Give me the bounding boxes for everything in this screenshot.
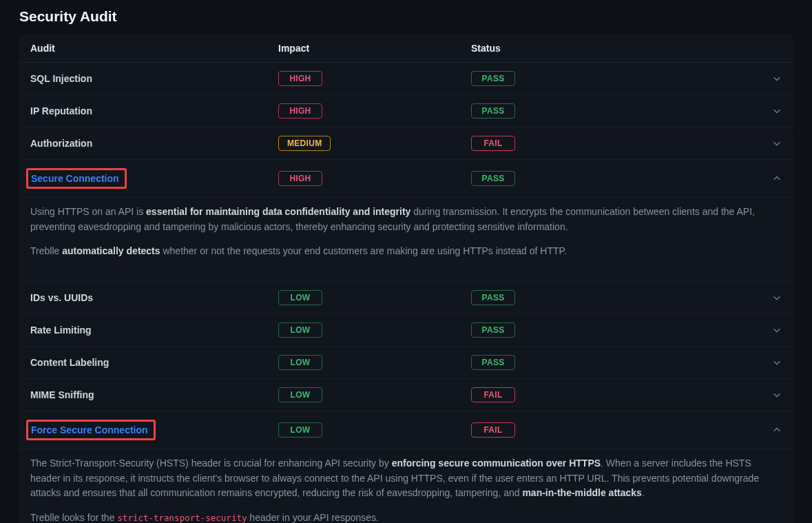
audit-row[interactable]: SQL InjectionHIGHPASS [19,63,793,95]
chevron-down-icon[interactable] [765,74,782,83]
audit-name: SQL Injection [30,73,278,84]
audit-name: Authorization [30,138,278,149]
audit-row[interactable]: Content LabelingLOWPASS [19,347,793,379]
audit-panel: Audit Impact Status SQL InjectionHIGHPAS… [19,34,793,523]
chevron-down-icon[interactable] [765,293,782,302]
table-header: Audit Impact Status [19,34,793,63]
impact-badge: LOW [278,322,322,338]
impact-badge: LOW [278,422,322,438]
audit-name: Force Secure Connection [30,420,278,440]
impact-badge: LOW [278,387,322,402]
detail-paragraph: The Strict-Transport-Security (HSTS) hea… [30,456,782,501]
audit-detail: The Strict-Transport-Security (HSTS) hea… [19,449,793,523]
audit-row[interactable]: MIME SniffingLOWFAIL [19,379,793,411]
detail-paragraph: Treblle looks for the strict-transport-s… [30,511,782,523]
audit-name: IDs vs. UUIDs [30,292,278,303]
status-badge: PASS [471,71,515,86]
impact-badge: LOW [278,355,322,370]
detail-paragraph: Using HTTPS on an API is essential for m… [30,205,782,234]
audit-name: Rate Limiting [30,325,278,336]
page-title: Security Audit [0,0,812,34]
highlight-box: Secure Connection [26,168,127,189]
impact-badge: LOW [278,290,322,305]
chevron-down-icon[interactable] [765,325,782,335]
chevron-down-icon[interactable] [765,358,782,367]
audit-row[interactable]: IP ReputationHIGHPASS [19,95,793,127]
audit-name: Secure Connection [30,168,278,189]
chevron-down-icon[interactable] [765,390,782,400]
impact-badge: HIGH [278,103,322,119]
status-badge: PASS [471,355,515,370]
audit-name: IP Reputation [30,105,278,116]
status-badge: PASS [471,322,515,338]
col-header-impact: Impact [278,43,471,54]
chevron-down-icon[interactable] [765,139,782,148]
status-badge: PASS [471,103,515,119]
audit-row[interactable]: Secure ConnectionHIGHPASS [19,160,793,198]
highlight-box: Force Secure Connection [26,420,156,440]
chevron-up-icon[interactable] [765,425,782,435]
audit-row[interactable]: Force Secure ConnectionLOWFAIL [19,411,793,449]
impact-badge: HIGH [278,71,322,86]
status-badge: PASS [471,171,515,186]
detail-paragraph: Treblle automatically detects whether or… [30,244,782,259]
audit-name: MIME Sniffing [30,389,278,400]
col-header-audit: Audit [30,43,278,54]
audit-name: Content Labeling [30,357,278,368]
chevron-down-icon[interactable] [765,106,782,116]
audit-row[interactable]: Rate LimitingLOWPASS [19,314,793,347]
audit-row[interactable]: AuthorizationMEDIUMFAIL [19,127,793,160]
chevron-up-icon[interactable] [765,174,782,183]
code-inline: strict-transport-security [117,513,247,523]
audit-row[interactable]: IDs vs. UUIDsLOWPASS [19,282,793,314]
col-header-status: Status [471,43,581,54]
impact-badge: HIGH [278,171,322,186]
impact-badge: MEDIUM [278,136,331,151]
status-badge: FAIL [471,422,515,438]
status-badge: FAIL [471,387,515,402]
audit-detail: Using HTTPS on an API is essential for m… [19,198,793,282]
status-badge: PASS [471,290,515,305]
status-badge: FAIL [471,136,515,151]
